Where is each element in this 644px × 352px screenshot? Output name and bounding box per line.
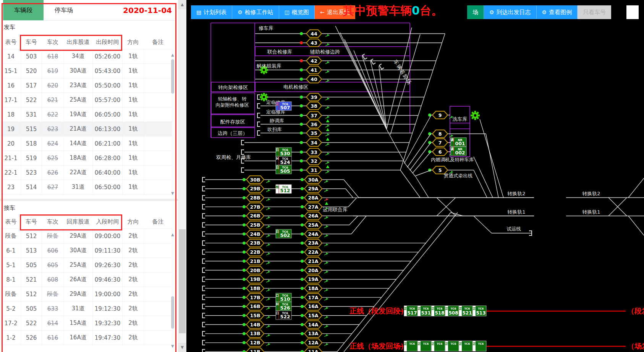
table-cell: [144, 258, 172, 273]
table-row[interactable]: 17-152262125A道05:57:001轨: [1, 93, 172, 107]
table-row[interactable]: 1-252661616A道19:47:302轨: [1, 331, 172, 345]
table-cell: 8-1: [1, 273, 21, 287]
table-cell: [144, 122, 172, 136]
table-row[interactable]: 1853162219A道06:05:001轨: [1, 107, 172, 122]
table-row[interactable]: 1450361834道05:26:001轨: [1, 49, 172, 64]
table-row[interactable]: 2051862414A道06:21:001轨: [1, 136, 172, 151]
table-row[interactable]: 15-152061930A道05:43:001轨: [1, 64, 172, 78]
column-header: 出段时间: [93, 36, 123, 49]
table-cell: 1轨: [123, 93, 144, 107]
table-row[interactable]: 2351462731道06:50:001轨: [1, 180, 172, 195]
table-cell: 19: [1, 122, 21, 136]
table-row[interactable]: 8-152160826A道09:46:302轨: [1, 273, 172, 287]
departure-table: 表号车号车次出库股道出段时间方向备注1450361834道05:26:001轨1…: [1, 36, 172, 195]
table-cell: 19:00:00: [93, 287, 123, 302]
table-cell: 1轨: [123, 165, 144, 180]
scroll-up-icon[interactable]: ▲: [178, 0, 186, 9]
scroll-up-icon[interactable]: ▲: [171, 232, 174, 237]
plan-list-label: 计划列表: [204, 9, 227, 16]
scrollbar-thumb[interactable]: [179, 229, 186, 333]
table-row[interactable]: 1651762023A道05:50:001轨: [1, 78, 172, 93]
back-arrow-icon: ←: [320, 9, 325, 15]
table-cell: 段备: [1, 229, 21, 243]
scroll-down-icon[interactable]: ▼: [178, 343, 186, 352]
table-cell: 633: [42, 302, 64, 316]
plan-list-button[interactable]: ▤ 计划列表: [191, 5, 232, 19]
view-legend-button[interactable]: ⚙ 查看图例: [537, 5, 578, 19]
table-row[interactable]: 1951562321A道06:13:001轨: [1, 122, 172, 136]
table-cell: 513: [21, 243, 42, 258]
table-cell: 523: [21, 165, 42, 180]
table-cell: 05:57:00: [93, 93, 123, 107]
table-cell: 23A道: [64, 78, 93, 93]
table-row[interactable]: 21-151962518A道06:28:001轨: [1, 151, 172, 165]
table-cell: [144, 316, 172, 331]
table-cell: 518: [21, 136, 42, 151]
table-cell: 25A道: [64, 258, 93, 273]
table-cell: 522: [21, 316, 42, 331]
track-diagram-background: [186, 0, 644, 352]
table-cell: 614: [42, 316, 64, 331]
warning-suffix: 台。: [420, 4, 443, 17]
table-cell: 16: [1, 78, 21, 93]
table-cell: [144, 229, 172, 243]
arrive-depart-log-button[interactable]: ⚙ 到达出发日志: [484, 5, 537, 19]
table-row[interactable]: 5-250563331道19:12:302轨: [1, 302, 172, 316]
table-cell: 29A道: [64, 287, 93, 302]
section-divider: [0, 199, 178, 201]
table-cell: 30A道: [64, 64, 93, 78]
table-cell: 06:21:00: [93, 136, 123, 151]
scroll-down-icon[interactable]: ▼: [171, 344, 174, 348]
table-cell: 503: [21, 49, 42, 64]
table-cell: 16A道: [64, 331, 93, 345]
pane-scrollbar[interactable]: ▲ ▼: [178, 0, 186, 352]
tab-parking-lot[interactable]: 停车场: [44, 0, 84, 20]
repair-workstation-button[interactable]: ⚙ 检修工作站: [232, 5, 279, 19]
table-cell: [144, 287, 172, 302]
table-cell: 2轨: [123, 287, 144, 302]
table-cell: 514: [21, 180, 42, 195]
table-cell: 25A道: [64, 93, 93, 107]
scroll-up-icon[interactable]: ▲: [171, 53, 174, 57]
table-cell: 06:40:00: [93, 165, 123, 180]
table-cell: 15-1: [1, 64, 21, 78]
column-header: 表号: [1, 215, 21, 229]
table-cell: 09:46:30: [93, 273, 123, 287]
table-cell: 5-1: [1, 258, 21, 273]
yard-button[interactable]: 场: [467, 5, 484, 19]
scrollbar-thumb[interactable]: [171, 59, 174, 94]
scroll-down-icon[interactable]: ▼: [171, 191, 174, 195]
column-header: 车次: [42, 36, 64, 49]
table-cell: 5-2: [1, 302, 21, 316]
arrival-table: 表号车号车次回库股道入段时间方向备注段备512段备29A道09:00:002轨6…: [1, 215, 172, 345]
table-cell: 512: [21, 229, 42, 243]
tab-depot[interactable]: 车辆段: [3, 0, 44, 20]
schedule-panel: 车辆段停车场 2020-11-04 发车 表号车号车次出库股道出段时间方向备注1…: [0, 0, 178, 352]
table-row[interactable]: 22-152362622A道06:40:001轨: [1, 165, 172, 180]
table-cell: 段备: [42, 229, 64, 243]
scrollbar-thumb[interactable]: [171, 296, 174, 329]
table-cell: 22A道: [64, 165, 93, 180]
table-cell: 619: [42, 64, 64, 78]
table-row[interactable]: 段备512段备29A道19:00:002轨: [1, 287, 172, 302]
table-cell: 26A道: [64, 273, 93, 287]
table-cell: 15A道: [64, 316, 93, 331]
table-cell: 522: [21, 93, 42, 107]
table-cell: 1轨: [123, 49, 144, 64]
table-cell: [144, 273, 172, 287]
only-car-number-button[interactable]: 只看车号: [578, 5, 611, 19]
document-icon: ▤: [196, 9, 201, 15]
table-row[interactable]: 段备512段备29A道09:00:002轨: [1, 229, 172, 243]
table-cell: 17-1: [1, 93, 21, 107]
table-row[interactable]: 6-151360630A道09:11:302轨: [1, 243, 172, 258]
table-cell: 09:26:30: [93, 258, 123, 273]
table-row[interactable]: 5-150560525A道09:26:302轨: [1, 258, 172, 273]
table-row[interactable]: 17-252261415A道19:32:302轨: [1, 316, 172, 331]
table-cell: 2轨: [123, 316, 144, 331]
column-header: 表号: [1, 36, 21, 49]
table-cell: 622: [42, 107, 64, 122]
warning-banner: 其中预警车辆0台。: [343, 3, 443, 19]
overview-map-button[interactable]: ◫ 概览图: [279, 5, 315, 19]
table-cell: 20: [1, 136, 21, 151]
table-cell: 1轨: [123, 78, 144, 93]
